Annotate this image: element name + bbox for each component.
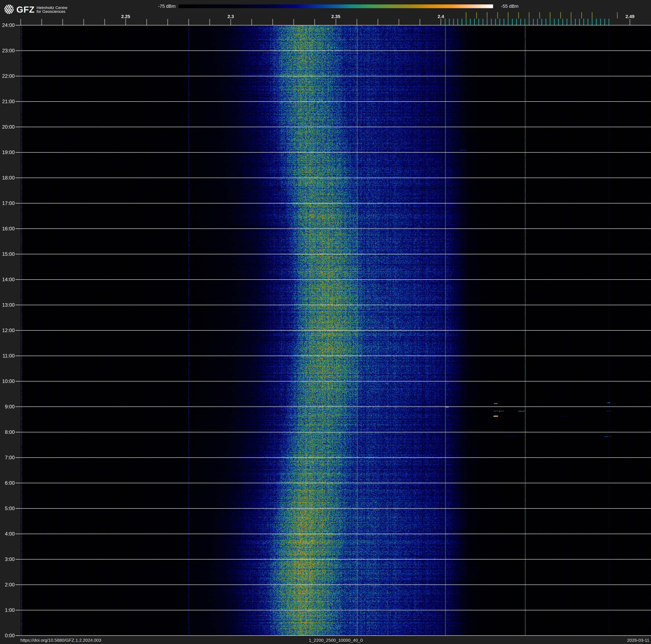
hour-label: 4:00 — [0, 531, 15, 536]
footer-dataset-name: 1_2200_2500_10000_40_0 — [21, 638, 651, 643]
wifi-channel-tick — [581, 12, 582, 19]
wifi-channel-tick — [617, 12, 618, 19]
freq-minor-tick — [272, 19, 273, 25]
hour-label: 9:00 — [0, 404, 15, 409]
ble-channel-tick — [466, 19, 466, 25]
hour-gridline — [21, 635, 651, 636]
freq-minor-tick — [420, 19, 420, 25]
ble-channel-tick — [453, 19, 454, 25]
freq-minor-tick — [293, 19, 294, 25]
freq-minor-tick — [188, 19, 189, 25]
hour-label: 5:00 — [0, 506, 15, 511]
ble-channel-tick — [462, 19, 462, 25]
ble-channel-tick — [483, 19, 483, 25]
wifi-channel-tick — [571, 12, 571, 19]
wifi-channel-tick — [592, 12, 592, 19]
hour-gridline — [21, 178, 651, 178]
hour-gridline — [21, 559, 651, 559]
hour-tick — [16, 25, 20, 25]
ble-channel-tick — [508, 19, 508, 25]
wifi-channel-tick — [560, 12, 561, 19]
hour-label: 24:00 — [0, 23, 15, 28]
ble-channel-tick — [550, 19, 550, 25]
hour-label: 12:00 — [0, 328, 15, 333]
ble-channel-tick — [600, 19, 601, 25]
freq-tick-label: 2.3 — [222, 14, 240, 19]
freq-minor-tick — [629, 19, 630, 25]
ble-channel-tick — [512, 19, 513, 25]
hour-gridline — [21, 254, 651, 254]
hour-tick — [16, 381, 20, 381]
hour-tick — [16, 559, 20, 559]
hour-label: 14:00 — [0, 277, 15, 282]
freq-minor-tick — [104, 19, 105, 25]
hour-tick — [16, 101, 20, 102]
freq-minor-tick — [83, 19, 84, 25]
ble-channel-tick — [491, 19, 492, 25]
hour-tick — [16, 279, 20, 280]
hour-gridline — [21, 76, 651, 76]
hour-label: 11:00 — [0, 353, 15, 358]
colorbar — [179, 4, 493, 8]
hour-gridline — [21, 330, 651, 331]
freq-minor-tick — [125, 19, 126, 25]
freq-minor-tick — [230, 19, 231, 25]
freq-tick-label: 2.35 — [327, 14, 345, 19]
hour-gridline — [21, 585, 651, 585]
hour-tick — [16, 178, 20, 178]
freq-tick-label: 2.49 — [621, 14, 639, 19]
freq-tick-label: 2.4 — [432, 14, 450, 19]
ble-channel-tick — [529, 19, 529, 25]
hour-gridline — [21, 432, 651, 432]
wifi-channel-tick — [518, 12, 519, 19]
hour-tick — [16, 610, 20, 610]
ble-channel-tick — [546, 19, 546, 25]
wifi-channel-tick — [539, 12, 540, 19]
freq-minor-tick — [20, 19, 21, 25]
ble-channel-tick — [470, 19, 471, 25]
hour-label: 22:00 — [0, 74, 15, 79]
freq-minor-tick — [146, 19, 147, 25]
freq-minor-tick — [399, 19, 399, 25]
hour-tick — [16, 152, 20, 153]
freq-minor-tick — [356, 19, 357, 25]
ble-channel-tick — [474, 19, 475, 25]
ble-channel-tick — [588, 19, 588, 25]
ble-channel-tick — [495, 19, 496, 25]
hour-tick — [16, 229, 20, 229]
ble-channel-tick — [554, 19, 555, 25]
hour-tick — [16, 635, 20, 636]
ble-channel-tick — [445, 19, 445, 25]
hour-gridline — [21, 305, 651, 305]
wifi-channel-tick — [529, 12, 529, 19]
brand-acronym: GFZ — [17, 5, 35, 15]
freq-minor-tick — [336, 19, 336, 25]
freq-minor-tick — [378, 19, 378, 25]
hour-tick — [16, 51, 20, 51]
hour-gridline — [21, 508, 651, 509]
hour-label: 2:00 — [0, 582, 15, 587]
ble-channel-tick — [562, 19, 563, 25]
colorbar-max-label: -55 dBm — [501, 4, 556, 9]
ble-channel-tick — [592, 19, 592, 25]
hour-tick — [16, 356, 20, 356]
ble-channel-tick — [449, 19, 450, 25]
hour-gridline — [21, 381, 651, 381]
hour-tick — [16, 457, 20, 458]
freq-tick-label: 2.25 — [117, 14, 134, 19]
hour-gridline — [21, 356, 651, 356]
freq-minor-tick — [41, 19, 42, 25]
hour-gridline — [21, 457, 651, 458]
ble-channel-tick — [516, 19, 517, 25]
hour-tick — [16, 76, 20, 76]
hour-tick — [16, 508, 20, 509]
hour-label: 17:00 — [0, 201, 15, 206]
hour-tick — [16, 432, 20, 432]
hour-tick — [16, 330, 20, 331]
freq-minor-tick — [62, 19, 63, 25]
brand-name-line2: for Geosciences — [36, 9, 65, 14]
ble-channel-tick — [541, 19, 542, 25]
hour-gridline — [21, 203, 651, 203]
hour-label: 7:00 — [0, 455, 15, 460]
hour-label: 23:00 — [0, 48, 15, 53]
